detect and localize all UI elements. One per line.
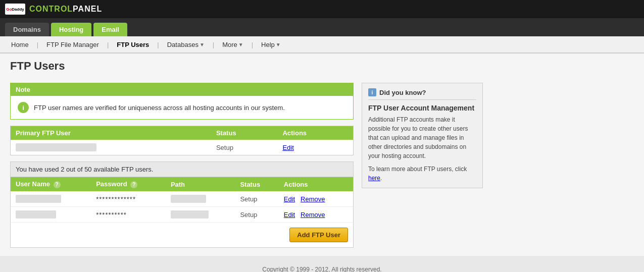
add-ftp-user-button[interactable]: Add FTP User — [289, 228, 348, 242]
nav-ftp-file-manager[interactable]: FTP File Manager — [40, 38, 105, 51]
sidebar-here-link[interactable]: here — [368, 175, 380, 182]
user-row1-path — [166, 191, 235, 207]
note-box: Note i FTP user names are verified for u… — [10, 83, 354, 120]
primary-ftp-status-header: Status — [211, 126, 278, 140]
user-row2-password: ********** — [91, 207, 166, 223]
table-row: ************* Setup Edit Remove — [11, 191, 353, 207]
user-row1-remove-link[interactable]: Remove — [301, 195, 325, 203]
note-header: Note — [11, 83, 353, 96]
path-header: Path — [166, 177, 235, 191]
primary-ftp-actions-header: Actions — [277, 126, 353, 140]
top-bar: GoDaddy CONTROLPANEL — [0, 0, 644, 18]
databases-dropdown-arrow: ▼ — [200, 42, 205, 47]
username-help-icon[interactable]: ? — [54, 181, 61, 188]
primary-ftp-row: Setup Edit — [11, 140, 354, 155]
user-row1-username — [11, 191, 91, 207]
used-ftp-header: You have used 2 out of 50 available FTP … — [11, 162, 353, 177]
tab-email[interactable]: Email — [93, 23, 127, 36]
password-header: Password ? — [91, 177, 166, 191]
tab-hosting[interactable]: Hosting — [51, 23, 91, 36]
did-you-know-label: Did you know? — [379, 89, 426, 96]
user-row1-actions: Edit Remove — [279, 191, 353, 207]
did-you-know-title: FTP User Account Management — [368, 104, 476, 112]
nav-tabs: Domains Hosting Email — [0, 18, 644, 36]
primary-ftp-edit-link[interactable]: Edit — [282, 144, 293, 151]
user-row2-path — [166, 207, 235, 223]
sidebar-info-icon: i — [368, 88, 376, 96]
note-text: FTP user names are verified for uniquene… — [34, 104, 285, 112]
tab-domains[interactable]: Domains — [5, 23, 49, 36]
copyright-text: Copyright © 1999 - 2012, All rights rese… — [262, 266, 381, 272]
footer: Copyright © 1999 - 2012, All rights rese… — [0, 256, 644, 272]
user-row1-password: ************* — [91, 191, 166, 207]
help-dropdown-arrow: ▼ — [276, 42, 281, 47]
nav-databases[interactable]: Databases ▼ — [161, 38, 211, 51]
note-body: i FTP user names are verified for unique… — [11, 96, 353, 119]
table-row: ********** Setup Edit Remove — [11, 207, 353, 223]
user-row2-username — [11, 207, 91, 223]
user-row1-status: Setup — [235, 191, 278, 207]
more-dropdown-arrow: ▼ — [238, 42, 243, 47]
primary-ftp-action: Edit — [277, 140, 353, 155]
password-help-icon[interactable]: ? — [130, 181, 137, 188]
godaddy-icon: GoDaddy — [5, 4, 25, 15]
primary-ftp-username — [11, 140, 211, 155]
nav-home[interactable]: Home — [5, 38, 35, 51]
did-you-know-header: i Did you know? — [368, 88, 476, 100]
secondary-nav: Home | FTP File Manager | FTP Users | Da… — [0, 36, 644, 53]
nav-help[interactable]: Help ▼ — [255, 38, 287, 51]
did-you-know-panel: i Did you know? FTP User Account Managem… — [362, 83, 483, 188]
did-you-know-body: Additional FTP accounts make it possible… — [368, 115, 476, 183]
username-header: User Name ? — [11, 177, 91, 191]
page-title: FTP Users — [0, 53, 644, 75]
page-content: Note i FTP user names are verified for u… — [0, 75, 644, 256]
used-ftp-section: You have used 2 out of 50 available FTP … — [10, 161, 354, 248]
control-panel-label: CONTROLPANEL — [29, 5, 102, 14]
nav-ftp-users[interactable]: FTP Users — [111, 38, 155, 51]
primary-ftp-table: Primary FTP User Status Actions Setup — [10, 126, 354, 155]
user-row1-edit-link[interactable]: Edit — [284, 195, 295, 203]
user-row2-actions: Edit Remove — [279, 207, 353, 223]
actions-header: Actions — [279, 177, 353, 191]
user-row2-remove-link[interactable]: Remove — [301, 211, 325, 219]
sidebar: i Did you know? FTP User Account Managem… — [362, 83, 483, 188]
status-header: Status — [235, 177, 278, 191]
sidebar-more-text: To learn more about FTP users, click her… — [368, 165, 476, 183]
godaddy-logo: GoDaddy — [5, 4, 25, 15]
sidebar-body-text: Additional FTP accounts make it possible… — [368, 115, 476, 160]
logo-area: GoDaddy CONTROLPANEL — [5, 4, 102, 15]
user-row2-edit-link[interactable]: Edit — [284, 211, 295, 219]
main-panel: Note i FTP user names are verified for u… — [10, 83, 354, 248]
users-table: User Name ? Password ? Path Status Actio… — [11, 177, 353, 223]
user-row2-status: Setup — [235, 207, 278, 223]
info-icon: i — [18, 102, 29, 113]
primary-ftp-status: Setup — [211, 140, 278, 155]
primary-ftp-user-header: Primary FTP User — [11, 126, 211, 140]
nav-more[interactable]: More ▼ — [216, 38, 250, 51]
